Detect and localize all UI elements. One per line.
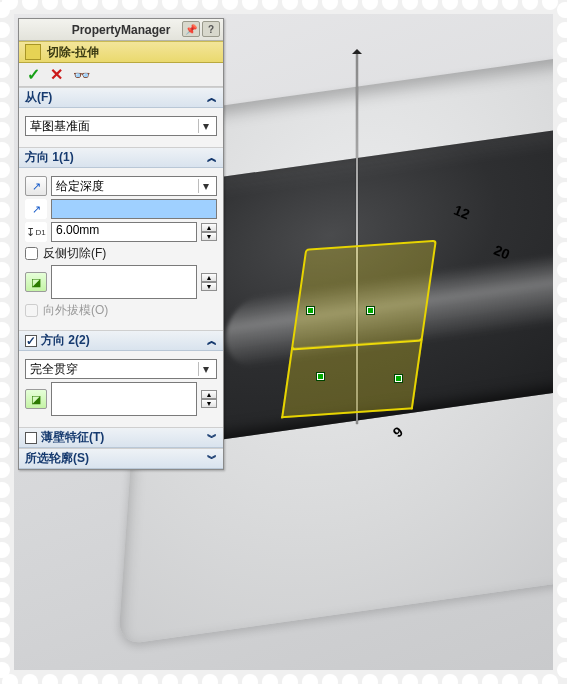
draft-spinner[interactable]: ▲▼	[201, 273, 217, 291]
section-contours-header[interactable]: 所选轮廓(S) ︾	[19, 449, 223, 469]
feature-header: 切除-拉伸	[19, 41, 223, 63]
cancel-button[interactable]: ✕	[50, 65, 63, 84]
cut-extrude-icon	[25, 44, 41, 60]
direction-vector-icon[interactable]: ↗	[25, 199, 47, 219]
help-icon[interactable]: ?	[202, 21, 220, 37]
dropdown-icon: ▾	[198, 119, 212, 133]
property-manager-panel: PropertyManager 📌 ? 切除-拉伸 ✓ ✕ 👓 从(F) ︽	[18, 18, 224, 470]
dir2-end-condition-value: 完全贯穿	[30, 361, 78, 378]
draft-faces-list[interactable]	[51, 265, 197, 299]
section-from-label: 从(F)	[25, 89, 52, 106]
from-condition-value: 草图基准面	[30, 118, 90, 135]
sketch-node[interactable]	[316, 372, 325, 381]
flip-side-checkbox[interactable]: 反侧切除(F)	[25, 245, 106, 262]
from-condition-combo[interactable]: 草图基准面 ▾	[25, 116, 217, 136]
dir2-enable-checkbox[interactable]: ✓	[25, 335, 37, 347]
collapse-icon: ︽	[207, 151, 217, 165]
detailed-preview-button[interactable]: 👓	[73, 67, 90, 83]
section-dir1-label: 方向 1(1)	[25, 149, 74, 166]
sketch-node[interactable]	[394, 374, 403, 383]
thin-enable-checkbox[interactable]	[25, 432, 37, 444]
expand-icon: ︾	[207, 452, 217, 466]
dir2-end-condition-combo[interactable]: 完全贯穿 ▾	[25, 359, 217, 379]
graphics-viewport[interactable]: 12 20 9 PropertyManager 📌 ? 切除-拉伸 ✓ ✕ 👓 …	[14, 14, 553, 670]
dropdown-icon: ▾	[198, 362, 212, 376]
section-dir2-label: 方向 2(2)	[41, 332, 90, 349]
feature-name: 切除-拉伸	[47, 44, 99, 61]
direction-reference-input[interactable]	[51, 199, 217, 219]
pm-title-text: PropertyManager	[72, 23, 171, 37]
depth-spinner[interactable]: ▲▼	[201, 223, 217, 241]
depth-icon: ↧D1	[25, 222, 47, 242]
section-thin-label: 薄壁特征(T)	[41, 429, 104, 446]
dir2-draft-button[interactable]: ◪	[25, 389, 47, 409]
draft-button[interactable]: ◪	[25, 272, 47, 292]
draft-outward-checkbox: 向外拔模(O)	[25, 302, 108, 319]
dropdown-icon: ▾	[198, 179, 212, 193]
flip-side-label: 反侧切除(F)	[43, 245, 106, 262]
pin-icon[interactable]: 📌	[182, 21, 200, 37]
dir2-spinner[interactable]: ▲▼	[201, 390, 217, 408]
sketch-node[interactable]	[366, 306, 375, 315]
reverse-direction-button[interactable]: ↗	[25, 176, 47, 196]
expand-icon: ︾	[207, 431, 217, 445]
draft-outward-label: 向外拔模(O)	[43, 302, 108, 319]
cut-preview-box[interactable]	[281, 240, 437, 419]
pm-titlebar: PropertyManager 📌 ?	[19, 19, 223, 41]
collapse-icon: ︽	[207, 334, 217, 348]
depth-input[interactable]: 6.00mm	[51, 222, 197, 242]
section-thin-header[interactable]: 薄壁特征(T) ︾	[19, 428, 223, 448]
section-dir1-header[interactable]: 方向 1(1) ︽	[19, 148, 223, 168]
section-from-header[interactable]: 从(F) ︽	[19, 88, 223, 108]
dir2-faces-list[interactable]	[51, 382, 197, 416]
collapse-icon: ︽	[207, 91, 217, 105]
ok-button[interactable]: ✓	[27, 65, 40, 84]
dir1-end-condition-combo[interactable]: 给定深度 ▾	[51, 176, 217, 196]
dir1-end-condition-value: 给定深度	[56, 178, 104, 195]
section-contours-label: 所选轮廓(S)	[25, 450, 89, 467]
sketch-node[interactable]	[306, 306, 315, 315]
section-dir2-header[interactable]: ✓ 方向 2(2) ︽	[19, 331, 223, 351]
